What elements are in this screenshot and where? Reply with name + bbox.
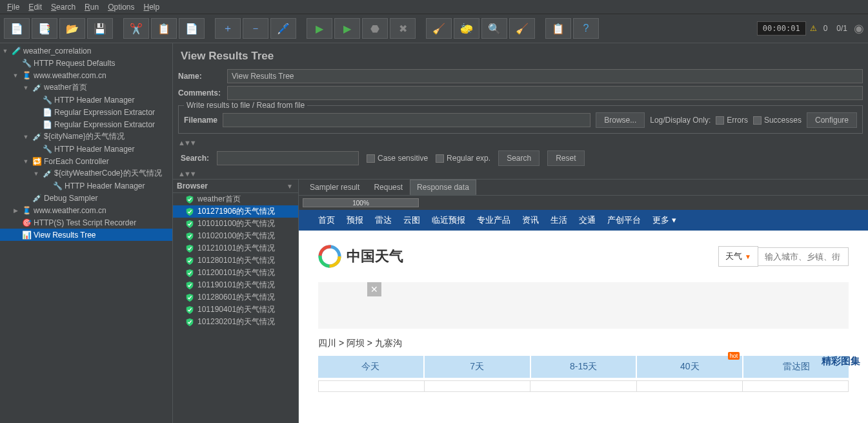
save-button[interactable]: 💾 (87, 18, 113, 39)
weather-nav-item[interactable]: 交通 (579, 214, 596, 226)
tree-node-sampler[interactable]: ▼💉${cityName}的天气情况 (0, 130, 172, 143)
tree-node-sampler[interactable]: ▼💉${cityWeatherCode}的天气情况 (0, 167, 172, 180)
case-sensitive-checkbox[interactable]: Case sensitive (367, 154, 428, 163)
renderer-select[interactable]: Browser (177, 181, 285, 191)
breadcrumb-link[interactable]: 四川 (318, 338, 336, 348)
cut-button[interactable]: ✂️ (123, 18, 149, 39)
clear-button[interactable]: 🧹 (426, 18, 452, 39)
test-plan-tree[interactable]: ▼🧪weather_correlation 🔧HTTP Request Defa… (0, 43, 173, 423)
filename-input[interactable] (223, 113, 590, 127)
breadcrumb-link[interactable]: 阿坝 (347, 338, 365, 348)
weather-nav-item[interactable]: 产创平台 (607, 214, 641, 226)
tree-node-debug[interactable]: 💉Debug Sampler (0, 192, 172, 204)
result-item[interactable]: 101280601的天气情况 (173, 291, 298, 304)
result-item[interactable]: 101280101的天气情况 (173, 254, 298, 267)
weather-nav-item[interactable]: 专业产品 (477, 214, 510, 226)
menu-edit[interactable]: Edit (24, 1, 46, 13)
weather-nav-item[interactable]: 资讯 (522, 214, 539, 226)
result-item[interactable]: weather首页 (173, 193, 298, 205)
result-item[interactable]: 101200101的天气情况 (173, 267, 298, 279)
forecast-cell[interactable] (742, 380, 849, 392)
weather-nav-item[interactable]: 更多 ▾ (652, 214, 676, 226)
forecast-cell[interactable] (530, 380, 636, 392)
weather-search-input[interactable] (758, 247, 849, 266)
tree-node-testplan[interactable]: ▼🧪weather_correlation (0, 45, 172, 57)
tree-node-threadgroup[interactable]: ▼🧵www.weather.com.cn (0, 69, 172, 81)
checkbox-icon[interactable] (753, 116, 762, 125)
name-input[interactable] (227, 69, 863, 83)
search-tool-button[interactable]: 🔍 (481, 18, 507, 39)
new-button[interactable]: 📄 (4, 18, 30, 39)
open-button[interactable]: 📂 (59, 18, 85, 39)
weather-nav-item[interactable]: 生活 (550, 214, 567, 226)
forecast-cell[interactable] (318, 380, 424, 392)
tab-response-data[interactable]: Response data (410, 180, 476, 195)
tree-node-sampler[interactable]: ▼💉weather首页 (0, 81, 172, 94)
close-icon[interactable]: ✕ (367, 282, 381, 296)
tree-toggle-icon[interactable]: ▼ (22, 158, 30, 165)
checkbox-icon[interactable] (367, 154, 375, 163)
forecast-tab[interactable]: 40天hot (637, 356, 743, 378)
tree-toggle-icon[interactable]: ▼ (32, 170, 40, 177)
forecast-cell[interactable] (424, 380, 530, 392)
tree-toggle-icon[interactable]: ▼ (22, 134, 30, 140)
paste-button[interactable]: 📄 (179, 18, 205, 39)
result-item[interactable]: 101210101的天气情况 (173, 242, 298, 254)
errors-checkbox-wrap[interactable]: Errors (716, 116, 748, 125)
configure-button[interactable]: Configure (807, 112, 857, 128)
forecast-tab[interactable]: 7天 (425, 356, 531, 378)
menu-run[interactable]: Run (80, 1, 103, 13)
result-item[interactable]: 101020100的天气情况 (173, 230, 298, 242)
search-input[interactable] (217, 151, 359, 165)
search-button[interactable]: Search (498, 150, 540, 166)
tab-sampler-result[interactable]: Sampler result (303, 180, 367, 195)
browse-button[interactable]: Browse... (596, 112, 645, 128)
tree-toggle-icon[interactable]: ▼ (1, 48, 9, 54)
reset-search-button[interactable]: 🧹 (509, 18, 535, 39)
expand-button[interactable]: ＋ (215, 18, 241, 39)
result-item[interactable]: 101271906的天气情况 (173, 205, 298, 218)
weather-nav-item[interactable]: 首页 (318, 214, 335, 226)
tree-node-header-mgr[interactable]: 🔧HTTP Header Manager (0, 94, 172, 106)
tree-node-recorder[interactable]: 🎯HTTP(S) Test Script Recorder (0, 216, 172, 229)
tree-node-header-mgr[interactable]: 🔧HTTP Header Manager (0, 143, 172, 155)
clear-all-button[interactable]: 🧽 (454, 18, 479, 39)
tree-node-threadgroup[interactable]: ▶🧵www.weather.com.cn (0, 204, 172, 216)
shutdown-button[interactable]: ✖ (390, 18, 416, 39)
tree-node-header-mgr[interactable]: 🔧HTTP Header Manager (0, 180, 172, 192)
weather-nav-item[interactable]: 云图 (403, 214, 420, 226)
weather-nav-item[interactable]: 预报 (347, 214, 363, 226)
browser-render-view[interactable]: 首页预报雷达云图临近预报专业产品资讯生活交通产创平台更多 ▾ 中国天气 天气▼ … (299, 210, 868, 423)
reset-button[interactable]: Reset (547, 150, 584, 166)
weather-search-type[interactable]: 天气▼ (718, 246, 758, 267)
forecast-tab[interactable]: 8-15天 (531, 356, 638, 378)
menu-help[interactable]: Help (139, 1, 165, 13)
chevron-down-icon[interactable]: ▼ (285, 183, 294, 190)
menu-options[interactable]: Options (103, 1, 139, 13)
regex-checkbox[interactable]: Regular exp. (436, 154, 490, 163)
weather-nav-item[interactable]: 临近预报 (432, 214, 465, 226)
forecast-cell[interactable] (636, 380, 742, 392)
tree-toggle-icon[interactable]: ▼ (22, 85, 30, 91)
tree-toggle-icon[interactable]: ▼ (12, 72, 19, 79)
stop-button[interactable]: ⬣ (362, 18, 388, 39)
results-list[interactable]: weather首页101271906的天气情况101010100的天气情况101… (173, 193, 298, 423)
tree-node-foreach[interactable]: ▼🔁ForEach Controller (0, 155, 172, 167)
result-item[interactable]: 101190401的天气情况 (173, 304, 298, 316)
collapse-arrows[interactable]: ▲▼▼ (173, 169, 868, 179)
function-helper-button[interactable]: 📋 (545, 18, 571, 39)
successes-checkbox-wrap[interactable]: Successes (753, 116, 802, 125)
forecast-tab[interactable]: 今天 (318, 356, 425, 378)
copy-button[interactable]: 📋 (151, 18, 177, 39)
templates-button[interactable]: 📑 (32, 18, 57, 39)
toggle-button[interactable]: 🖊️ (270, 18, 296, 39)
result-item[interactable]: 101190101的天气情况 (173, 279, 298, 291)
start-button[interactable]: ▶ (307, 18, 332, 39)
weather-nav-item[interactable]: 雷达 (375, 214, 392, 226)
collapse-button[interactable]: － (243, 18, 268, 39)
checkbox-icon[interactable] (436, 154, 444, 163)
tree-node-view-results[interactable]: 📊View Results Tree (0, 229, 172, 241)
result-item[interactable]: 101010100的天气情况 (173, 218, 298, 230)
collapse-arrows[interactable]: ▲▼▼ (173, 138, 868, 148)
tree-node-defaults[interactable]: 🔧HTTP Request Defaults (0, 57, 172, 69)
